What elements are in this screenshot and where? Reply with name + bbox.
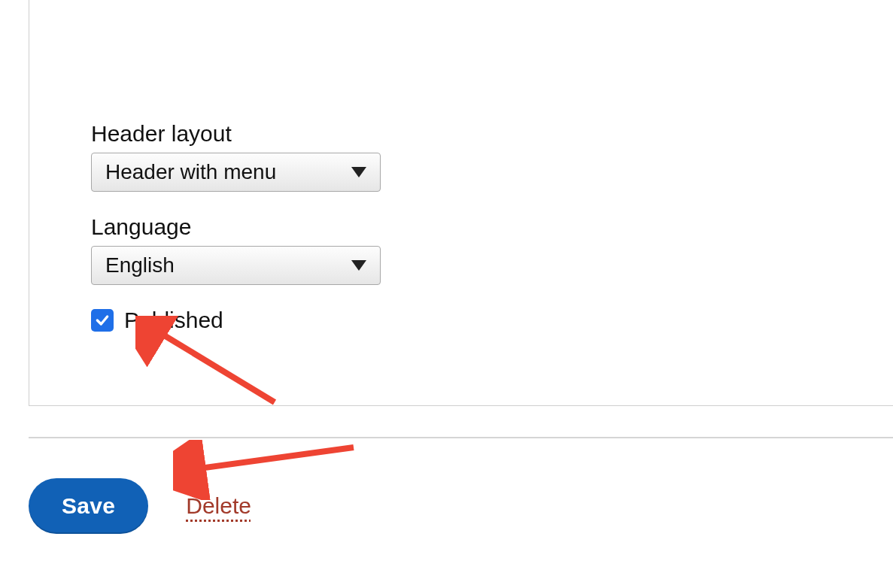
published-checkbox[interactable]: [91, 309, 114, 332]
language-value: English: [105, 253, 175, 277]
field-published: Published: [91, 308, 893, 333]
field-language: Language English: [91, 214, 893, 288]
field-header-layout: Header layout Header with menu: [91, 121, 893, 195]
actions-row: Save Delete: [29, 478, 251, 534]
form-area: Header layout Header with menu Language …: [91, 121, 893, 333]
svg-marker-0: [351, 167, 366, 177]
form-panel: Header layout Header with menu Language …: [29, 0, 893, 406]
svg-line-3: [188, 447, 354, 470]
checkmark-icon: [95, 313, 110, 328]
header-layout-label: Header layout: [91, 121, 893, 147]
caret-down-icon: [351, 167, 366, 177]
page-canvas: Header layout Header with menu Language …: [0, 0, 893, 588]
save-button[interactable]: Save: [29, 478, 148, 534]
caret-down-icon: [351, 260, 366, 271]
header-layout-value: Header with menu: [105, 160, 276, 184]
published-label: Published: [124, 308, 223, 333]
header-layout-select[interactable]: Header with menu: [91, 153, 381, 192]
delete-link[interactable]: Delete: [186, 493, 251, 519]
language-label: Language: [91, 214, 893, 240]
divider: [29, 437, 893, 438]
svg-marker-1: [351, 260, 366, 271]
language-select[interactable]: English: [91, 246, 381, 285]
